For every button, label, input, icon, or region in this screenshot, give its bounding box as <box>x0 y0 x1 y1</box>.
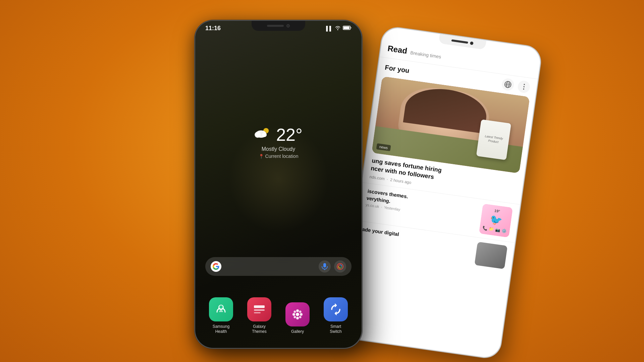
google-logo <box>211 261 221 272</box>
galaxy-themes-icon <box>247 297 271 321</box>
svg-point-16 <box>296 309 299 312</box>
svg-point-18 <box>292 313 295 316</box>
product-jar: Latest Trendy Product <box>476 119 511 160</box>
galaxy-themes-label: GalaxyThemes <box>252 324 266 335</box>
smart-switch-label: SmartSwitch <box>330 324 341 335</box>
gallery-label: Gallery <box>291 329 304 335</box>
svg-rect-13 <box>254 309 265 311</box>
smart-switch-icon <box>324 297 348 321</box>
phone-front: 11:16 ▌▌ <box>195 20 362 349</box>
svg-rect-1 <box>343 26 350 29</box>
lens-search-button[interactable] <box>334 260 346 273</box>
svg-point-9 <box>337 263 343 269</box>
svg-point-15 <box>296 313 299 316</box>
svg-point-20 <box>294 311 296 313</box>
svg-point-5 <box>255 132 261 138</box>
app-gallery[interactable]: Gallery <box>285 302 310 335</box>
back-speaker <box>451 39 468 44</box>
svg-point-21 <box>299 311 302 313</box>
front-phone-screen: 11:16 ▌▌ <box>195 21 362 348</box>
location-icon: 📍 <box>259 154 264 159</box>
weather-description: Mostly Cloudy <box>254 146 303 152</box>
news-action-buttons: ⋮ <box>501 78 531 94</box>
article-thumbnail-2: 19° 🐦 📞 📁 📷 ⚙️ <box>479 203 513 238</box>
globe-button[interactable] <box>501 78 515 92</box>
for-you-label: For you <box>384 63 410 74</box>
status-time: 11:16 <box>205 25 221 32</box>
power-button <box>362 95 362 121</box>
signal-icon: ▌▌ <box>326 26 333 31</box>
news-subtitle: Breaking times <box>410 50 441 60</box>
article-partial-image-3 <box>474 242 507 269</box>
battery-icon <box>343 25 352 31</box>
svg-rect-14 <box>254 312 261 313</box>
status-icons: ▌▌ <box>326 25 352 31</box>
weather-widget: 22° Mostly Cloudy 📍 Current location <box>254 125 303 159</box>
weather-temperature: 22° <box>276 125 303 145</box>
svg-line-26 <box>505 84 511 85</box>
voice-search-button[interactable] <box>319 260 331 273</box>
svg-rect-12 <box>254 305 265 308</box>
svg-point-17 <box>296 317 299 319</box>
news-app-name: Read <box>387 44 408 56</box>
back-front-camera <box>470 41 474 45</box>
app-samsung-health[interactable]: SamsungHealth <box>209 297 233 335</box>
svg-point-23 <box>299 316 302 318</box>
svg-point-19 <box>300 313 303 316</box>
samsung-health-icon <box>209 297 233 321</box>
app-galaxy-themes[interactable]: GalaxyThemes <box>247 297 271 335</box>
google-search-bar[interactable] <box>205 257 352 276</box>
weather-location: 📍 Current location <box>254 154 303 159</box>
samsung-health-label: SamsungHealth <box>213 324 230 335</box>
gallery-icon <box>285 302 310 326</box>
app-dock: SamsungHealth GalaxyThemes <box>202 297 355 335</box>
front-camera <box>286 24 290 27</box>
speaker <box>267 25 284 27</box>
wifi-icon <box>335 25 341 31</box>
app-smart-switch[interactable]: SmartSwitch <box>324 297 348 335</box>
svg-point-22 <box>294 316 296 318</box>
more-options-button[interactable]: ⋮ <box>517 80 531 94</box>
notch <box>252 21 305 31</box>
phones-container: 11:16 ▌▌ <box>154 13 490 349</box>
svg-point-6 <box>262 132 267 137</box>
news-app-content: Read Breaking times For you <box>352 26 542 274</box>
svg-rect-7 <box>323 263 326 267</box>
svg-point-11 <box>219 305 223 309</box>
weather-icon <box>254 126 273 143</box>
